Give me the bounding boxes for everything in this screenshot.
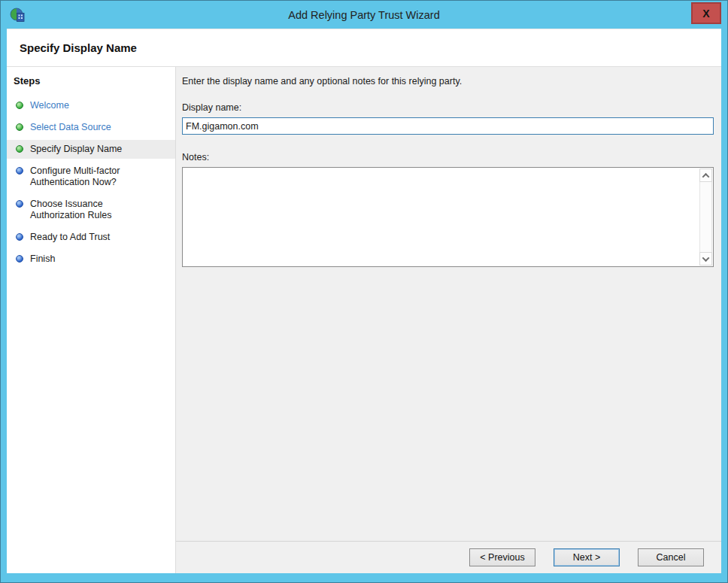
sidebar-item-label: Specify Display Name [30, 144, 122, 155]
sidebar-item-finish: Finish [7, 250, 175, 269]
instruction-text: Enter the display name and any optional … [182, 76, 714, 87]
step-status-icon [16, 167, 23, 175]
sidebar-item-label: Ready to Add Trust [30, 232, 110, 243]
notes-label: Notes: [182, 152, 714, 162]
sidebar-item-select-data-source[interactable]: Select Data Source [7, 118, 175, 137]
sidebar-item-configure-mfa: Configure Multi-factor Authentication No… [7, 162, 175, 192]
step-status-icon [16, 102, 23, 109]
scroll-up-button[interactable] [699, 169, 712, 182]
cancel-button[interactable]: Cancel [638, 548, 704, 566]
notes-text[interactable] [183, 168, 699, 266]
display-name-label: Display name: [182, 102, 714, 113]
display-name-input[interactable] [182, 117, 714, 135]
steps-heading: Steps [7, 75, 175, 96]
close-icon: X [702, 8, 709, 20]
next-button[interactable]: Next > [554, 548, 620, 566]
sidebar-item-label: Choose Issuance Authorization Rules [30, 199, 147, 221]
step-status-icon [16, 123, 23, 131]
step-status-icon [16, 233, 23, 241]
page-content: Enter the display name and any optional … [176, 67, 721, 573]
sidebar-item-welcome[interactable]: Welcome [7, 96, 175, 115]
chevron-down-icon [702, 254, 710, 262]
window-title: Add Relying Party Trust Wizard [1, 9, 727, 21]
step-status-icon [16, 255, 23, 263]
sidebar-item-choose-issuance-rules: Choose Issuance Authorization Rules [7, 195, 175, 225]
titlebar[interactable]: Add Relying Party Trust Wizard X [1, 1, 727, 29]
wizard-footer: < Previous Next > Cancel [176, 541, 721, 573]
steps-sidebar: Steps Welcome Select Data Source Specify… [7, 67, 176, 573]
notes-scrollbar[interactable] [699, 169, 712, 266]
previous-button[interactable]: < Previous [469, 548, 535, 566]
scroll-down-button[interactable] [699, 252, 712, 266]
wizard-dialog: Specify Display Name Steps Welcome Selec… [7, 29, 721, 573]
sidebar-item-label: Welcome [30, 100, 69, 111]
chevron-up-icon [702, 172, 710, 180]
step-status-icon [16, 145, 23, 153]
close-button[interactable]: X [691, 2, 721, 24]
sidebar-item-label: Finish [30, 254, 55, 265]
page-title: Specify Display Name [20, 41, 137, 54]
sidebar-item-specify-display-name: Specify Display Name [7, 140, 175, 159]
sidebar-item-ready-to-add-trust: Ready to Add Trust [7, 228, 175, 247]
page-header: Specify Display Name [7, 29, 721, 67]
sidebar-item-label: Select Data Source [30, 122, 111, 133]
step-status-icon [16, 200, 23, 208]
sidebar-item-label: Configure Multi-factor Authentication No… [30, 165, 147, 188]
notes-textarea[interactable] [182, 167, 714, 267]
wizard-window: Add Relying Party Trust Wizard X Specify… [0, 0, 728, 583]
